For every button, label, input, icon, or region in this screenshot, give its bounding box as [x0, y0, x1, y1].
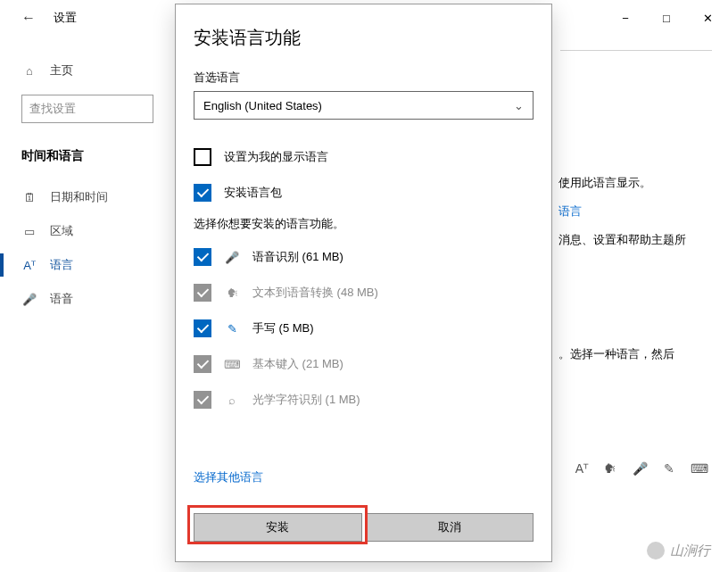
under-text: 使用此语言显示。	[558, 175, 728, 191]
preferred-language-label: 首选语言	[194, 70, 534, 86]
speech-icon: 🎤	[633, 461, 648, 476]
opt-label: 安装语言包	[224, 185, 282, 201]
install-button-label: 安装	[266, 519, 289, 535]
feature-label: 光学字符识别 (1 MB)	[252, 392, 360, 408]
nav-date-time[interactable]: 🗓 日期和时间	[0, 180, 170, 214]
checkbox[interactable]	[194, 319, 211, 337]
nav-label: 语言	[50, 257, 73, 273]
ocr-icon: ⌕	[224, 394, 240, 407]
checkbox[interactable]	[194, 184, 211, 202]
sidebar-home[interactable]: ⌂ 主页	[0, 54, 170, 87]
under-link[interactable]: 语言	[558, 203, 728, 220]
opt-install-language-pack[interactable]: 安装语言包	[194, 175, 534, 211]
sidebar: ⌂ 主页 查找设置 时间和语言 🗓 日期和时间 ▭ 区域 Aᵀ 语言 🎤 语音	[0, 45, 170, 316]
home-icon: ⌂	[21, 64, 37, 78]
checkbox[interactable]	[194, 148, 211, 166]
handwriting-icon: ✎	[224, 322, 240, 336]
nav-language[interactable]: Aᵀ 语言	[0, 248, 170, 282]
display-language-icon: Aᵀ	[575, 461, 588, 476]
features-description: 选择你想要安装的语言功能。	[194, 216, 534, 232]
preferred-language-dropdown[interactable]: English (United States) ⌄	[194, 91, 534, 120]
checkbox	[194, 391, 211, 409]
maximize-button[interactable]: □	[646, 4, 687, 31]
region-icon: ▭	[21, 225, 37, 238]
checkbox	[194, 284, 211, 302]
feature-label: 手写 (5 MB)	[252, 320, 314, 336]
nav-label: 语音	[50, 291, 73, 307]
feature-speech-recognition[interactable]: 🎤 语音识别 (61 MB)	[194, 239, 534, 275]
tts-icon: 🗣	[224, 286, 240, 300]
minimize-button[interactable]: −	[605, 4, 646, 31]
sidebar-home-label: 主页	[50, 62, 73, 79]
window-title: 设置	[54, 10, 77, 26]
chevron-down-icon: ⌄	[514, 99, 524, 112]
nav-speech[interactable]: 🎤 语音	[0, 282, 170, 316]
feature-text-to-speech: 🗣 文本到语音转换 (48 MB)	[194, 275, 534, 311]
search-input[interactable]: 查找设置	[21, 95, 153, 123]
watermark: 山涧行	[647, 542, 710, 560]
feature-label: 基本键入 (21 MB)	[252, 356, 343, 372]
feature-handwriting[interactable]: ✎ 手写 (5 MB)	[194, 311, 534, 346]
calendar-icon: 🗓	[21, 191, 37, 204]
feature-label: 文本到语音转换 (48 MB)	[252, 285, 378, 301]
close-button[interactable]: ✕	[687, 4, 728, 31]
checkbox[interactable]	[194, 248, 211, 266]
microphone-icon: 🎤	[224, 251, 240, 264]
keyboard-icon: ⌨	[691, 461, 708, 476]
opt-set-display-language[interactable]: 设置为我的显示语言	[194, 139, 534, 175]
language-icon-strip: Aᵀ 🗣 🎤 ✎ ⌨	[575, 461, 708, 476]
feature-ocr: ⌕ 光学字符识别 (1 MB)	[194, 382, 534, 418]
opt-label: 设置为我的显示语言	[224, 149, 328, 165]
watermark-text: 山涧行	[670, 543, 710, 560]
microphone-icon: 🎤	[21, 293, 37, 306]
divider	[560, 50, 712, 51]
checkbox	[194, 355, 211, 373]
handwriting-icon: ✎	[664, 461, 674, 476]
keyboard-icon: ⌨	[224, 358, 240, 371]
cancel-button[interactable]: 取消	[366, 513, 534, 542]
underlying-content: 使用此语言显示。 语言 消息、设置和帮助主题所 。选择一种语言，然后	[558, 125, 728, 375]
nav-region[interactable]: ▭ 区域	[0, 214, 170, 248]
cancel-button-label: 取消	[438, 519, 461, 535]
back-button[interactable]: ←	[21, 10, 36, 26]
watermark-icon	[647, 542, 665, 560]
feature-basic-typing: ⌨ 基本键入 (21 MB)	[194, 346, 534, 382]
search-placeholder: 查找设置	[29, 101, 76, 117]
under-text: 。选择一种语言，然后	[558, 346, 728, 362]
nav-label: 区域	[50, 223, 73, 239]
language-icon: Aᵀ	[21, 259, 37, 272]
choose-other-language-link[interactable]: 选择其他语言	[194, 469, 263, 485]
sidebar-section-heading: 时间和语言	[0, 139, 170, 171]
dialog-title: 安装语言功能	[194, 26, 534, 50]
dropdown-value: English (United States)	[203, 99, 322, 112]
install-button[interactable]: 安装	[194, 513, 362, 542]
feature-label: 语音识别 (61 MB)	[252, 249, 343, 265]
under-text: 消息、设置和帮助主题所	[558, 232, 728, 248]
nav-label: 日期和时间	[50, 189, 108, 205]
tts-icon: 🗣	[604, 461, 616, 476]
install-language-dialog: 安装语言功能 首选语言 English (United States) ⌄ 设置…	[175, 4, 552, 562]
